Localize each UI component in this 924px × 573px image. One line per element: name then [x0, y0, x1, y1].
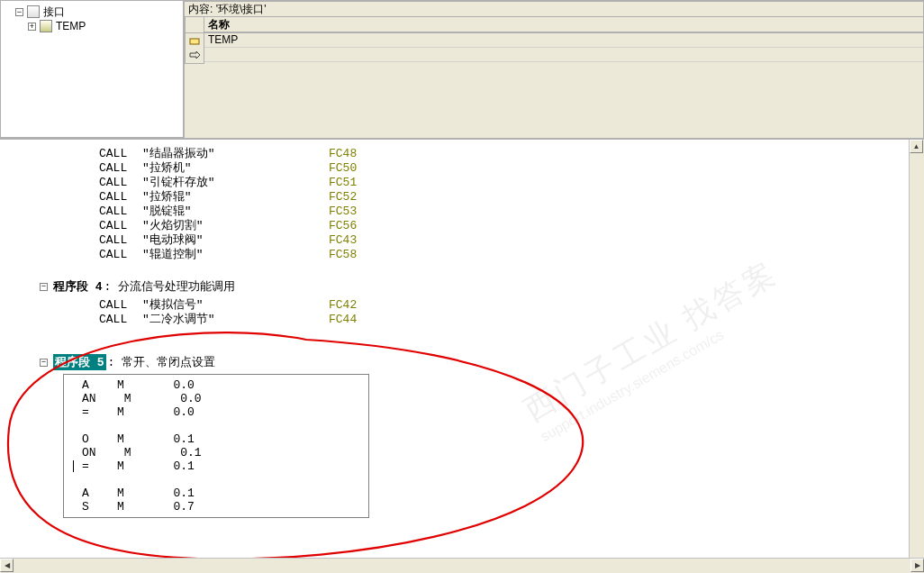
call-line[interactable]: CALL"脱锭辊"FC53 — [99, 205, 901, 219]
tree-label-temp: TEMP — [54, 20, 87, 32]
call-line[interactable]: CALL"火焰切割"FC56 — [99, 219, 901, 233]
tree-expander-root[interactable]: − — [15, 8, 23, 16]
app-root: − 接口 + TEMP 内容: '环境\接口' 名称 — [0, 0, 924, 573]
segment-4-calls: CALL"模拟信号"FC42CALL"二冷水调节"FC44 — [99, 298, 901, 327]
segment-5-title: 程序段 5 — [53, 354, 106, 370]
grid-col-name[interactable]: 名称 — [204, 17, 924, 32]
call-line[interactable]: CALL"电动球阀"FC43 — [99, 233, 901, 248]
stl-line[interactable]: O M 0.1 — [64, 432, 368, 446]
segment-5-stl-box[interactable]: A M 0.0AN M 0.0= M 0.0 O M 0.1ON M 0.1= … — [63, 374, 369, 518]
tree-label-root: 接口 — [41, 5, 67, 20]
call-block-1: CALL"结晶器振动"FC48CALL"拉矫机"FC50CALL"引锭杆存放"F… — [99, 147, 901, 262]
horizontal-scrollbar[interactable]: ◀ ▶ — [0, 558, 924, 573]
segment-4-subtitle: : 分流信号处理功能调用 — [103, 278, 236, 295]
stl-line[interactable]: = M 0.1 — [64, 459, 368, 473]
call-line[interactable]: CALL"二冷水调节"FC44 — [99, 313, 901, 327]
grid-body[interactable]: TEMP — [185, 33, 924, 138]
tree-node-root[interactable]: − 接口 — [3, 5, 181, 19]
tree-node-temp[interactable]: + TEMP — [3, 19, 181, 33]
content-path: '环境\接口' — [216, 3, 267, 15]
content-path-bar: 内容: '环境\接口' — [185, 1, 924, 17]
segment-5-header[interactable]: − 程序段 5 : 常开、常闭点设置 — [40, 354, 901, 370]
call-line[interactable]: CALL"模拟信号"FC42 — [99, 298, 901, 313]
grid-cell-empty[interactable] — [204, 48, 923, 62]
grid-panel: 内容: '环境\接口' 名称 TEMP — [185, 0, 924, 138]
grid-corner — [185, 17, 204, 33]
stl-line[interactable]: = M 0.0 — [64, 405, 368, 419]
stl-line[interactable] — [64, 419, 368, 432]
grid-cell-name[interactable]: TEMP — [204, 33, 923, 48]
svg-rect-0 — [190, 39, 199, 44]
call-line[interactable]: CALL"结晶器振动"FC48 — [99, 147, 901, 161]
call-line[interactable]: CALL"拉矫机"FC50 — [99, 161, 901, 176]
grid-header: 名称 — [185, 17, 924, 33]
segment-4-header[interactable]: − 程序段 4 : 分流信号处理功能调用 — [40, 278, 901, 295]
content-label: 内容: — [188, 3, 213, 15]
stl-line[interactable]: ON M 0.1 — [64, 446, 368, 459]
stl-line[interactable]: AN M 0.0 — [64, 392, 368, 405]
segment-5-expander[interactable]: − — [40, 359, 48, 367]
interface-tree[interactable]: − 接口 + TEMP — [0, 0, 185, 138]
scroll-left-button[interactable]: ◀ — [0, 559, 14, 572]
vertical-scrollbar[interactable]: ▲ ▼ — [909, 140, 924, 573]
segment-4-expander[interactable]: − — [40, 283, 48, 291]
tree-expander-temp[interactable]: + — [28, 23, 36, 31]
grid-row[interactable]: TEMP — [185, 33, 923, 48]
call-line[interactable]: CALL"辊道控制"FC58 — [99, 248, 901, 262]
stl-line[interactable] — [64, 473, 368, 487]
stl-line[interactable]: A M 0.1 — [64, 487, 368, 500]
temp-folder-icon — [40, 20, 52, 32]
interface-icon — [27, 5, 40, 18]
stl-line[interactable]: A M 0.0 — [64, 378, 368, 392]
segment-5-subtitle: : 常开、常闭点设置 — [106, 354, 216, 370]
scroll-up-button[interactable]: ▲ — [910, 140, 923, 153]
call-line[interactable]: CALL"引锭杆存放"FC51 — [99, 176, 901, 190]
scroll-right-button[interactable]: ▶ — [910, 559, 924, 572]
call-line[interactable]: CALL"拉矫辊"FC52 — [99, 190, 901, 205]
code-inner: CALL"结晶器振动"FC48CALL"拉矫机"FC50CALL"引锭杆存放"F… — [18, 140, 901, 518]
segment-4-title: 程序段 4 — [53, 278, 103, 295]
new-row-icon — [185, 48, 204, 64]
grid-row-new[interactable] — [185, 48, 923, 62]
top-area: − 接口 + TEMP 内容: '环境\接口' 名称 — [0, 0, 924, 140]
stl-line[interactable]: S M 0.7 — [64, 500, 368, 514]
code-area[interactable]: CALL"结晶器振动"FC48CALL"拉矫机"FC50CALL"引锭杆存放"F… — [0, 140, 924, 573]
